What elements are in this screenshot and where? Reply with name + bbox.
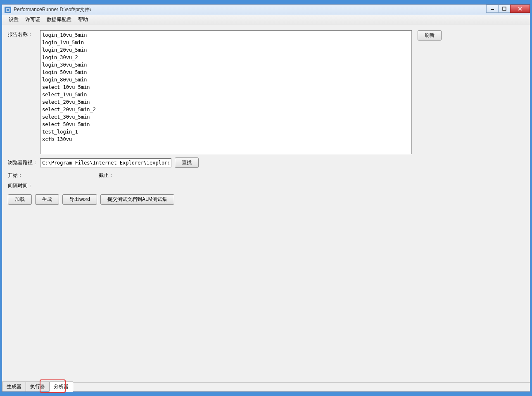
list-item[interactable]: select_30vu_5min xyxy=(41,113,411,121)
list-item[interactable]: select_20vu_5min_2 xyxy=(41,106,411,113)
titlebar[interactable]: PerformanceRunner D:\soft\pr文件\ xyxy=(2,5,530,15)
menubar: 设置 许可证 数据库配置 帮助 xyxy=(2,15,530,24)
bottom-tabs: 生成器 执行器 分析器 xyxy=(2,382,530,391)
list-item[interactable]: select_20vu_5min xyxy=(41,98,411,106)
generate-button[interactable]: 生成 xyxy=(35,194,59,205)
tab-executor[interactable]: 执行器 xyxy=(26,382,50,391)
report-name-label: 报告名称： xyxy=(8,30,40,38)
submit-alm-button[interactable]: 提交测试文档到ALM测试集 xyxy=(100,194,174,205)
window-controls xyxy=(487,5,530,13)
interval-label: 间隔时间： xyxy=(8,182,40,189)
menu-settings[interactable]: 设置 xyxy=(5,15,22,24)
content-area: 报告名称： login_10vu_5min login_1vu_5min log… xyxy=(2,24,530,382)
app-icon xyxy=(5,7,11,13)
menu-database[interactable]: 数据库配置 xyxy=(43,15,75,24)
report-listbox[interactable]: login_10vu_5min login_1vu_5min login_20v… xyxy=(40,30,412,154)
list-item[interactable]: login_30vu_2 xyxy=(41,54,411,61)
tab-analyzer[interactable]: 分析器 xyxy=(49,382,73,392)
svg-rect-3 xyxy=(503,7,506,10)
window-title: PerformanceRunner D:\soft\pr文件\ xyxy=(14,6,91,13)
list-item[interactable]: login_1vu_5min xyxy=(41,39,411,46)
tab-generator[interactable]: 生成器 xyxy=(2,382,26,391)
list-item[interactable]: login_20vu_5min xyxy=(41,46,411,54)
menu-license[interactable]: 许可证 xyxy=(22,15,43,24)
list-item[interactable]: login_30vu_5min xyxy=(41,61,411,69)
export-word-button[interactable]: 导出word xyxy=(62,194,97,205)
list-item[interactable]: login_10vu_5min xyxy=(41,31,411,39)
list-item[interactable]: xcfb_130vu xyxy=(41,136,411,143)
list-item[interactable]: select_50vu_5min xyxy=(41,121,411,128)
svg-rect-1 xyxy=(7,9,9,11)
list-item[interactable]: select_1vu_5min xyxy=(41,91,411,98)
maximize-button[interactable] xyxy=(498,5,511,13)
list-item[interactable]: select_10vu_5min xyxy=(41,83,411,91)
end-label: 截止： xyxy=(99,171,119,179)
browser-path-input[interactable] xyxy=(40,158,171,167)
minimize-button[interactable] xyxy=(486,5,499,13)
load-button[interactable]: 加载 xyxy=(8,194,32,205)
close-button[interactable] xyxy=(510,5,530,13)
browser-path-label: 浏览器路径： xyxy=(8,159,40,166)
refresh-button[interactable]: 刷新 xyxy=(418,30,442,41)
app-window: PerformanceRunner D:\soft\pr文件\ 设置 许可证 数… xyxy=(2,4,530,392)
list-item[interactable]: test_login_1 xyxy=(41,128,411,136)
list-item[interactable]: login_50vu_5min xyxy=(41,69,411,76)
list-item[interactable]: login_80vu_5min xyxy=(41,76,411,83)
start-label: 开始： xyxy=(8,171,40,179)
find-button[interactable]: 查找 xyxy=(175,157,199,168)
menu-help[interactable]: 帮助 xyxy=(75,15,91,24)
